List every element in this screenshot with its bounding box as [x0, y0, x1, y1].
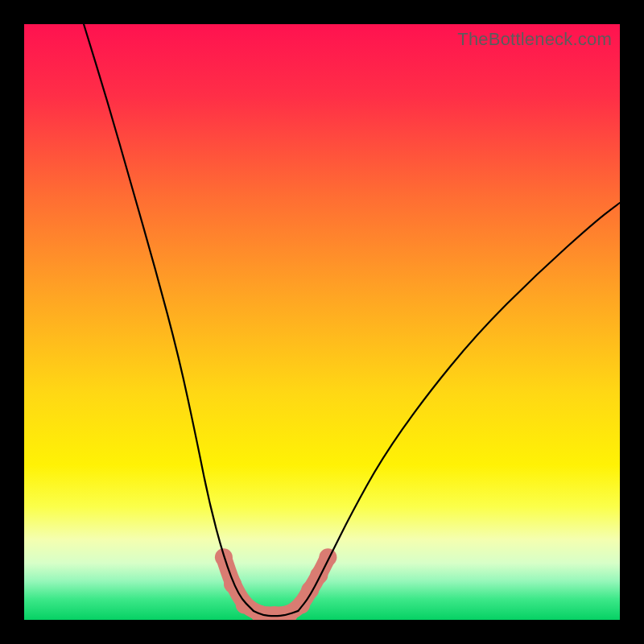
highlighted-points [215, 548, 337, 620]
marker-dot [319, 548, 336, 566]
plot-area: TheBottleneck.com [24, 24, 620, 620]
marker-dot [310, 567, 328, 584]
chart-frame: TheBottleneck.com [0, 0, 644, 644]
curve-right-branch [298, 203, 620, 611]
marker-dot [224, 576, 242, 593]
curve-layer [24, 24, 620, 620]
curve-left-branch [84, 24, 254, 611]
marker-dot [236, 597, 254, 614]
watermark-text: TheBottleneck.com [457, 29, 612, 50]
